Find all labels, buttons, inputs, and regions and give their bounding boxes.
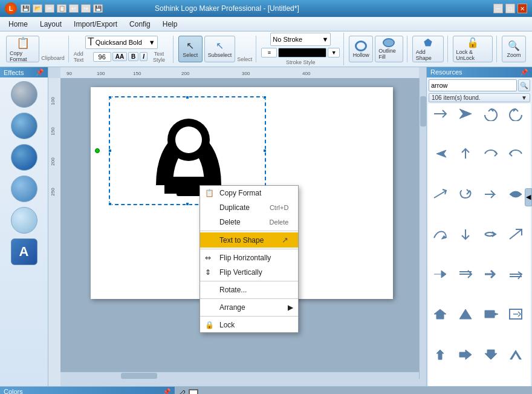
subselect-button[interactable]: ↖ Subselect <box>204 36 236 62</box>
zoom-button[interactable]: 🔍 Zoom <box>502 36 526 62</box>
h-scrollbar[interactable] <box>60 372 419 379</box>
resource-item[interactable] <box>455 225 476 243</box>
resource-item[interactable] <box>505 346 527 364</box>
menu-help[interactable]: Help <box>157 19 184 30</box>
resource-item[interactable] <box>505 265 527 283</box>
effect-text-a[interactable]: A <box>11 238 37 265</box>
effect-gray[interactable] <box>11 81 37 108</box>
ctx-text-to-shape[interactable]: Text to Shape ↗ <box>200 232 298 248</box>
effect-blue2[interactable] <box>11 144 37 171</box>
sel-handle-ml[interactable] <box>108 149 112 153</box>
toolbar-icon-3[interactable]: ✂ <box>45 4 54 13</box>
resources-search-area: 🔍 <box>427 77 532 93</box>
toolbar-icon-4[interactable]: 📋 <box>57 4 66 13</box>
resources-search-input[interactable] <box>429 79 517 91</box>
toolbar-icon-undo[interactable]: ↩ <box>69 4 79 13</box>
canvas-area[interactable]: 90 100 150 200 300 400 100 150 200 250 <box>48 67 426 386</box>
resource-item[interactable] <box>429 346 451 364</box>
resources-pin[interactable]: 📌 <box>520 68 528 76</box>
sel-handle-tl[interactable] <box>108 96 112 99</box>
resource-item[interactable] <box>455 305 476 323</box>
font-aa-button[interactable]: AA <box>112 52 127 61</box>
font-bold-button[interactable]: B <box>128 52 138 61</box>
pen-tool-icon[interactable]: 🖊 <box>178 389 186 394</box>
resource-item[interactable] <box>429 305 451 323</box>
effect-blue3[interactable] <box>11 176 37 202</box>
resource-item[interactable] <box>480 185 502 203</box>
ctx-lock[interactable]: 🔒 Lock <box>200 318 298 332</box>
effect-light[interactable] <box>11 207 37 234</box>
resource-item[interactable] <box>480 265 502 283</box>
color-square-indicator[interactable] <box>189 389 198 394</box>
count-dropdown[interactable]: ▼ <box>521 94 527 101</box>
select-button[interactable]: ↖ Select <box>178 36 203 62</box>
origin-handle[interactable] <box>95 148 100 153</box>
resource-item[interactable] <box>429 185 451 203</box>
sel-handle-mr[interactable] <box>263 149 267 153</box>
resource-item[interactable] <box>455 145 476 163</box>
font-italic-button[interactable]: I <box>140 52 148 61</box>
toolbar-icon-2[interactable]: 📂 <box>33 4 42 13</box>
toolbar-icon-5[interactable]: 💾 <box>93 4 103 13</box>
ctx-duplicate[interactable]: Duplicate Ctrl+D <box>200 200 298 215</box>
toolbar-icon-1[interactable]: 💾 <box>21 4 30 13</box>
ctx-delete[interactable]: Delete Delete <box>200 215 298 229</box>
effect-blue1[interactable] <box>11 113 37 139</box>
outline-fill-button[interactable]: Outline Fill <box>375 36 403 62</box>
ctx-rotate[interactable]: Rotate... <box>200 283 298 297</box>
resource-item[interactable] <box>480 225 502 243</box>
stroke-select[interactable]: No Stroke ▼ <box>270 33 331 46</box>
panel-expand-button[interactable]: ◀ <box>525 188 532 206</box>
resource-item[interactable] <box>455 185 476 203</box>
minimize-button[interactable]: ─ <box>493 4 503 13</box>
toolbar-icon-redo[interactable]: ↪ <box>81 4 91 13</box>
ctx-flip-h[interactable]: ⇔ Flip Horizontally <box>200 251 298 265</box>
sel-handle-tm[interactable] <box>186 96 189 99</box>
resource-item[interactable] <box>480 105 502 123</box>
resource-item[interactable] <box>505 225 527 243</box>
copy-format-button[interactable]: 📋 Copy Format <box>6 36 39 62</box>
resource-item[interactable] <box>429 225 451 243</box>
search-button[interactable]: 🔍 <box>518 79 530 91</box>
menu-bar: Home Layout Import/Export Config Help <box>0 17 532 31</box>
menu-config[interactable]: Config <box>123 19 157 30</box>
lock-unlock-button[interactable]: 🔓 Lock & UnLock <box>453 36 493 62</box>
svg-rect-7 <box>48 78 60 386</box>
lock-label: Lock & UnLock <box>456 49 489 61</box>
ctx-arrange[interactable]: Arrange ▶ <box>200 300 298 315</box>
sel-handle-bl[interactable] <box>108 202 112 206</box>
hollow-button[interactable]: Hollow <box>349 36 373 62</box>
resource-item[interactable] <box>480 305 502 323</box>
resource-item[interactable] <box>480 346 502 364</box>
resource-item[interactable] <box>505 105 527 123</box>
v-scrollbar[interactable] <box>419 78 426 379</box>
v-scroll-thumb[interactable] <box>420 96 426 126</box>
resource-item[interactable] <box>429 145 451 163</box>
resource-item[interactable] <box>505 145 527 163</box>
sel-handle-tr[interactable] <box>263 96 267 99</box>
resource-item[interactable] <box>455 265 476 283</box>
font-dropdown-arrow[interactable]: ▼ <box>149 39 155 46</box>
close-button[interactable]: ✕ <box>517 4 527 13</box>
maximize-button[interactable]: □ <box>505 4 515 13</box>
ctx-duplicate-label: Duplicate <box>219 203 250 212</box>
resource-item[interactable] <box>480 145 502 163</box>
add-shape-button[interactable]: ⬟ Add Shape <box>412 36 444 62</box>
ctx-flip-v[interactable]: ⇕ Flip Vertically <box>200 265 298 280</box>
resource-item[interactable] <box>429 265 451 283</box>
h-scroll-thumb[interactable] <box>121 373 157 379</box>
stroke-align-button[interactable]: ≡ <box>261 48 277 57</box>
resource-item[interactable] <box>455 105 476 123</box>
ctx-copy-format[interactable]: 📋 Copy Format <box>200 186 298 200</box>
resource-item[interactable] <box>505 185 527 203</box>
menu-import-export[interactable]: Import/Export <box>68 19 123 30</box>
resource-item[interactable] <box>429 105 451 123</box>
stroke-arrow-button[interactable]: ▼ <box>328 48 340 57</box>
menu-home[interactable]: Home <box>2 19 34 30</box>
colors-pin[interactable]: 📌 <box>163 388 171 394</box>
font-size-field[interactable]: 96 <box>93 52 111 62</box>
effects-pin[interactable]: 📌 <box>36 68 44 76</box>
resource-item[interactable] <box>455 346 476 364</box>
resource-item[interactable] <box>505 305 527 323</box>
menu-layout[interactable]: Layout <box>34 19 68 30</box>
